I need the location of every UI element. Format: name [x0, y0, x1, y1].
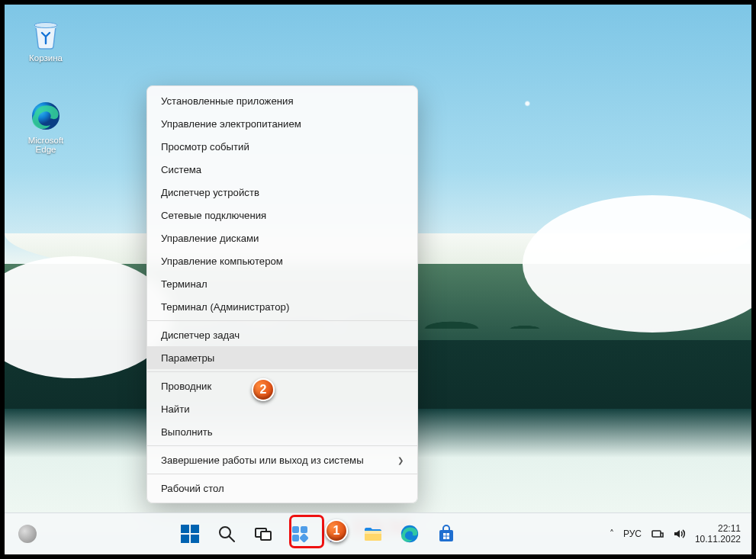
menu-item[interactable]: Рабочий стол — [147, 477, 417, 500]
store-button[interactable] — [430, 518, 462, 550]
start-context-menu: Установленные приложенияУправление элект… — [146, 85, 418, 503]
svg-rect-12 — [292, 535, 299, 541]
edge-taskbar-button[interactable] — [394, 518, 426, 550]
svg-rect-2 — [181, 525, 189, 533]
svg-rect-23 — [439, 530, 453, 541]
volume-icon[interactable] — [672, 527, 686, 541]
menu-item-label: Управление электропитанием — [161, 118, 301, 130]
network-icon[interactable] — [651, 527, 664, 541]
menu-item-label: Диспетчер устройств — [161, 187, 259, 198]
menu-item[interactable]: Параметры — [147, 346, 417, 369]
menu-item[interactable]: Установленные приложения — [147, 89, 417, 112]
svg-rect-21 — [365, 531, 381, 534]
menu-item-label: Рабочий стол — [161, 483, 224, 494]
menu-item-label: Сетевые подключения — [161, 210, 266, 221]
menu-item[interactable]: Выполнить — [147, 420, 417, 443]
menu-separator — [147, 320, 417, 321]
menu-item-label: Проводник — [161, 381, 211, 392]
menu-item[interactable]: Сетевые подключения — [147, 204, 417, 226]
menu-item[interactable]: Управление дисками — [147, 226, 417, 249]
menu-item[interactable]: Диспетчер устройств — [147, 181, 417, 204]
desktop-icon-label: Корзина — [29, 53, 63, 63]
menu-item-label: Диспетчер задач — [161, 329, 240, 341]
svg-rect-25 — [447, 533, 450, 536]
svg-rect-28 — [652, 531, 661, 537]
menu-item-label: Выполнить — [161, 426, 213, 438]
search-button[interactable] — [211, 518, 243, 550]
svg-rect-5 — [191, 535, 199, 543]
svg-rect-11 — [301, 526, 307, 533]
recycle-bin-icon — [29, 17, 63, 50]
taskbar-center — [27, 518, 610, 550]
menu-item-label: Завершение работы или выход из системы — [161, 455, 364, 466]
menu-item[interactable]: Просмотр событий — [147, 135, 417, 158]
svg-rect-26 — [443, 537, 446, 540]
svg-rect-24 — [443, 533, 446, 536]
task-view-button[interactable] — [247, 518, 279, 550]
desktop-icon-label: Microsoft Edge — [28, 136, 64, 154]
menu-item[interactable]: Терминал — [147, 272, 417, 295]
tray-chevron[interactable]: ˄ — [610, 528, 614, 539]
svg-line-7 — [229, 536, 234, 541]
menu-item-label: Терминал (Администратор) — [161, 301, 289, 313]
menu-item[interactable]: Терминал (Администратор) — [147, 295, 417, 318]
annotation-badge-1: 1 — [325, 519, 348, 542]
svg-rect-9 — [261, 532, 271, 540]
menu-item-label: Управление дисками — [161, 233, 259, 244]
menu-item[interactable]: Найти — [147, 397, 417, 420]
menu-item[interactable]: Управление электропитанием — [147, 112, 417, 135]
menu-separator — [147, 445, 417, 446]
clock-time: 22:11 — [695, 523, 741, 534]
menu-item-label: Управление компьютером — [161, 255, 283, 267]
edge-icon — [29, 99, 63, 133]
svg-point-0 — [34, 23, 57, 28]
taskbar-right: ˄ РУС 22:11 10.11.2022 — [610, 523, 751, 545]
annotation-badge-2: 2 — [252, 378, 275, 401]
menu-item[interactable]: Завершение работы или выход из системы❯ — [147, 448, 417, 471]
menu-item-label: Система — [161, 164, 201, 175]
menu-item[interactable]: Проводник — [147, 374, 417, 397]
file-explorer-button[interactable] — [357, 518, 389, 550]
language-indicator[interactable]: РУС — [623, 528, 642, 539]
menu-item-label: Установленные приложения — [161, 95, 294, 107]
svg-rect-10 — [292, 526, 299, 533]
menu-item[interactable]: Диспетчер задач — [147, 323, 417, 346]
desktop[interactable]: Корзина Microsoft Edge Установленные при… — [5, 5, 751, 554]
svg-rect-3 — [191, 525, 199, 533]
taskbar-clock[interactable]: 22:11 10.11.2022 — [695, 523, 741, 545]
svg-rect-27 — [447, 537, 450, 540]
desktop-icon-edge[interactable]: Microsoft Edge — [17, 99, 75, 154]
menu-item-label: Просмотр событий — [161, 141, 249, 153]
widgets-button[interactable] — [284, 518, 316, 550]
svg-rect-13 — [300, 533, 310, 543]
menu-item[interactable]: Управление компьютером — [147, 249, 417, 272]
menu-item[interactable]: Система — [147, 158, 417, 181]
menu-item-label: Терминал — [161, 278, 207, 290]
menu-separator — [147, 371, 417, 372]
menu-item-label: Параметры — [161, 352, 214, 364]
start-button[interactable] — [174, 518, 206, 550]
svg-rect-4 — [181, 535, 189, 543]
desktop-icon-recycle-bin[interactable]: Корзина — [17, 17, 75, 63]
clock-date: 10.11.2022 — [695, 534, 741, 545]
taskbar: ˄ РУС 22:11 10.11.2022 — [5, 512, 751, 554]
menu-item-label: Найти — [161, 403, 190, 415]
chevron-right-icon: ❯ — [397, 456, 404, 464]
menu-separator — [147, 474, 417, 474]
